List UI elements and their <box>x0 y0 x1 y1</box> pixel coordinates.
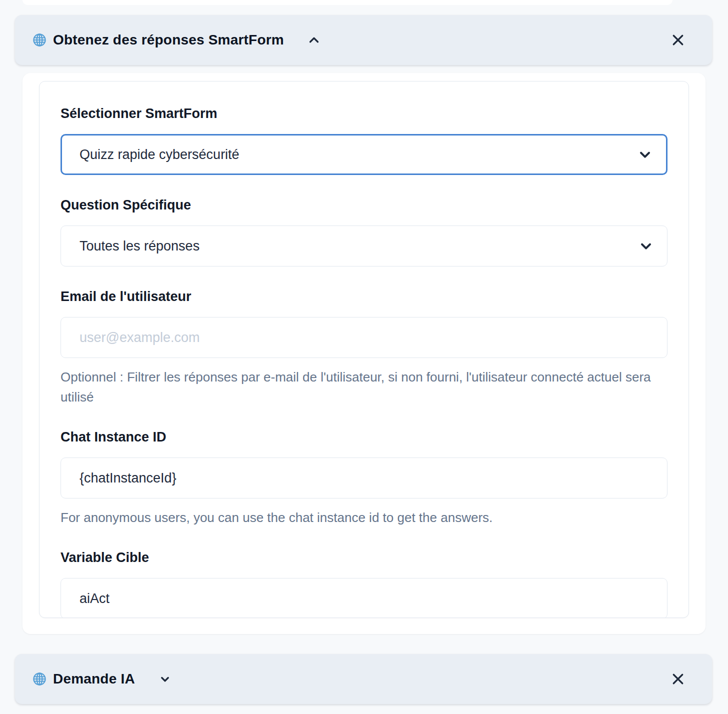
field-user-email: Email de l'utilisateur Optionnel : Filtr… <box>60 288 668 407</box>
block-title: Demande IA <box>53 671 135 687</box>
field-label: Chat Instance ID <box>60 429 668 446</box>
close-button[interactable] <box>669 670 687 688</box>
variable-cible-input[interactable] <box>60 578 668 618</box>
question-select[interactable]: Toutes les réponses <box>60 226 668 266</box>
chevron-down-icon <box>158 672 172 686</box>
smartform-select[interactable]: Quizz rapide cybersécurité <box>60 134 668 175</box>
chevron-up-icon <box>306 32 322 48</box>
field-label: Variable Cible <box>60 550 668 566</box>
collapse-button[interactable] <box>305 31 323 49</box>
chat-instance-id-input[interactable] <box>60 458 668 498</box>
field-select-smartform: Sélectionner SmartForm Quizz rapide cybe… <box>60 106 668 175</box>
field-question-specifique: Question Spécifique Toutes les réponses <box>60 197 668 266</box>
helper-text: Optionnel : Filtrer les réponses par e-m… <box>60 367 668 407</box>
field-chat-instance-id: Chat Instance ID For anonymous users, yo… <box>60 429 668 528</box>
previous-panel-edge <box>22 0 672 5</box>
smartform-block-body: Sélectionner SmartForm Quizz rapide cybe… <box>22 73 706 634</box>
field-label: Sélectionner SmartForm <box>60 106 668 122</box>
close-icon <box>670 32 686 48</box>
globe-icon <box>32 32 47 48</box>
selected-option-text: Toutes les réponses <box>80 238 200 254</box>
chevron-down-icon <box>638 238 654 254</box>
field-label: Email de l'utilisateur <box>60 288 668 305</box>
selected-option-text: Quizz rapide cybersécurité <box>80 147 240 162</box>
user-email-input[interactable] <box>60 317 668 358</box>
chevron-down-icon <box>637 146 653 162</box>
field-label: Question Spécifique <box>60 197 668 214</box>
expand-button[interactable] <box>156 670 174 688</box>
close-icon <box>670 672 686 686</box>
helper-text: For anonymous users, you can use the cha… <box>60 508 668 528</box>
field-variable-cible: Variable Cible <box>60 550 668 618</box>
smartform-block-header[interactable]: Obtenez des réponses SmartForm <box>15 15 712 65</box>
demande-ia-block-header[interactable]: Demande IA <box>15 654 712 704</box>
block-title: Obtenez des réponses SmartForm <box>53 32 284 48</box>
globe-icon <box>32 672 47 686</box>
close-button[interactable] <box>669 31 687 49</box>
smartform-config-card: Sélectionner SmartForm Quizz rapide cybe… <box>39 81 689 618</box>
